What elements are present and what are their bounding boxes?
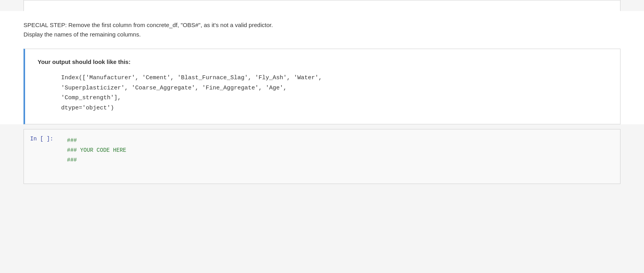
top-partial-box: [24, 0, 620, 11]
special-step-instruction: SPECIAL STEP: Remove the first column fr…: [24, 20, 620, 39]
output-code-block: Index(['Manufacturer', 'Cement', 'Blast_…: [61, 73, 608, 113]
output-code-line1: Index(['Manufacturer', 'Cement', 'Blast_…: [61, 73, 608, 83]
cell-code-area[interactable]: ### ### YOUR CODE HERE ###: [67, 129, 620, 184]
output-label: Your output should look like this:: [38, 58, 608, 65]
cell-code-block[interactable]: ### ### YOUR CODE HERE ###: [67, 136, 614, 166]
output-code-line3: 'Comp_strength'],: [61, 93, 608, 103]
output-code-line2: 'Superplasticizer', 'Coarse_Aggregate', …: [61, 83, 608, 93]
cell-code-line1: ###: [67, 136, 614, 146]
special-step-line1: SPECIAL STEP: Remove the first column fr…: [24, 22, 273, 28]
cell-label: In [ ]:: [30, 136, 53, 142]
special-step-line2: Display the names of the remaining colum…: [24, 31, 141, 38]
cell-code-line2: ### YOUR CODE HERE: [67, 146, 614, 155]
notebook-input-cell[interactable]: In [ ]: ### ### YOUR CODE HERE ###: [24, 129, 620, 184]
cell-code-line3: ###: [67, 155, 614, 165]
output-example-box: Your output should look like this: Index…: [24, 49, 620, 124]
cell-divider: [24, 124, 620, 129]
output-code-line4: dtype='object'): [61, 103, 608, 113]
content-area: SPECIAL STEP: Remove the first column fr…: [0, 11, 644, 124]
cell-label-area: In [ ]:: [24, 129, 67, 184]
page-container: SPECIAL STEP: Remove the first column fr…: [0, 0, 644, 273]
